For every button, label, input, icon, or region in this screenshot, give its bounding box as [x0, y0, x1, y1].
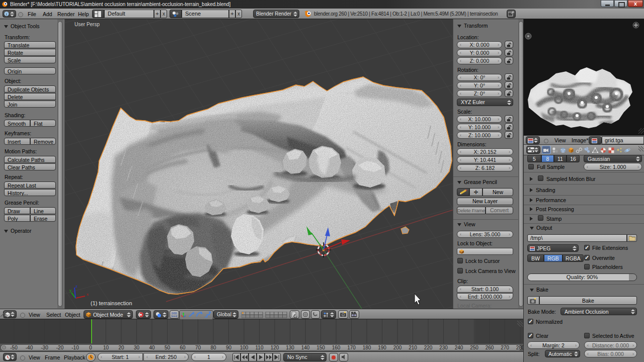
svg-text:180: 180 — [363, 345, 371, 350]
svg-text:210: 210 — [409, 345, 417, 350]
svg-text:220: 220 — [424, 345, 433, 350]
svg-text:User Persp: User Persp — [74, 22, 100, 27]
svg-text:-40: -40 — [26, 345, 33, 350]
svg-text:230: 230 — [439, 345, 448, 350]
svg-text:20: 20 — [118, 345, 124, 350]
svg-text:170: 170 — [347, 345, 356, 350]
svg-text:z: z — [75, 284, 77, 289]
svg-text:190: 190 — [378, 345, 386, 350]
svg-text:50: 50 — [165, 345, 171, 350]
svg-text:60: 60 — [180, 345, 186, 350]
svg-text:140: 140 — [301, 345, 310, 350]
svg-text:i: i — [6, 12, 7, 17]
svg-text:(1) terrainsection: (1) terrainsection — [91, 300, 132, 306]
svg-text:30: 30 — [134, 345, 140, 350]
svg-text:150: 150 — [316, 345, 325, 350]
svg-text:200: 200 — [393, 345, 402, 350]
svg-text:120: 120 — [271, 345, 279, 350]
svg-text:100: 100 — [240, 345, 249, 350]
svg-text:130: 130 — [286, 345, 294, 350]
svg-text:-10: -10 — [71, 345, 79, 350]
svg-text:90: 90 — [226, 345, 232, 350]
svg-text:280: 280 — [516, 345, 523, 350]
svg-text:y: y — [69, 288, 71, 293]
svg-text:80: 80 — [210, 345, 216, 350]
svg-text:10: 10 — [103, 345, 109, 350]
svg-text:240: 240 — [455, 345, 463, 350]
svg-text:70: 70 — [195, 345, 201, 350]
svg-text:270: 270 — [501, 345, 509, 350]
svg-text:110: 110 — [256, 345, 264, 350]
svg-text:x: x — [87, 292, 89, 297]
svg-text:-50: -50 — [10, 345, 18, 350]
svg-text:160: 160 — [332, 345, 341, 350]
svg-text:DOD: DOD — [172, 312, 177, 315]
svg-text:260: 260 — [486, 345, 494, 350]
svg-text:0: 0 — [89, 345, 92, 350]
svg-text:250: 250 — [470, 345, 478, 350]
svg-text:40: 40 — [149, 345, 155, 350]
svg-text:-20: -20 — [56, 345, 64, 350]
svg-text:-30: -30 — [41, 345, 48, 350]
